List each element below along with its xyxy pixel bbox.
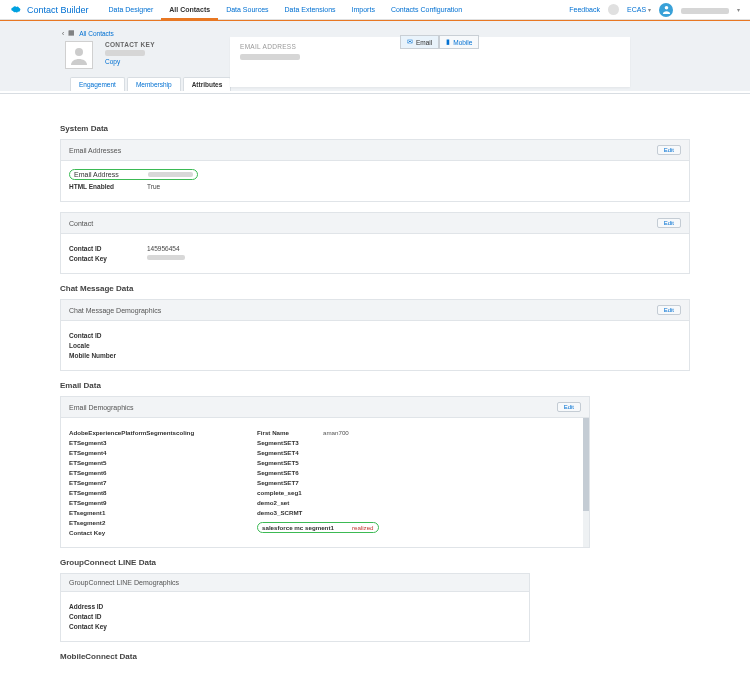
- panel-email-demographics: Email Demographics Edit AdobeExperienceP…: [60, 396, 590, 548]
- top-nav: Contact Builder Data Designer All Contac…: [0, 0, 750, 20]
- salesforce-segment-value: realized: [352, 524, 374, 531]
- contact-key-value-redacted: [105, 50, 145, 56]
- html-enabled-label: HTML Enabled: [69, 183, 147, 190]
- tab-data-extensions[interactable]: Data Extensions: [277, 0, 344, 20]
- subtab-membership[interactable]: Membership: [127, 77, 181, 91]
- tab-data-designer[interactable]: Data Designer: [101, 0, 162, 20]
- email-address-value-redacted: [148, 172, 193, 177]
- demo-col2-3: SegmentSET5: [257, 459, 299, 466]
- content: System Data Email Addresses Edit Email A…: [0, 94, 750, 680]
- panel-title-email-demographics: Email Demographics: [69, 404, 134, 411]
- username-redacted: [681, 8, 729, 14]
- demo-col1-8: ETsegment1: [69, 509, 105, 516]
- edit-button-chat[interactable]: Edit: [657, 305, 681, 315]
- email-channel-button[interactable]: ✉ Email: [400, 35, 439, 49]
- demo-col2-2: SegmentSET4: [257, 449, 299, 456]
- html-enabled-value: True: [147, 183, 160, 190]
- panel-title-contact: Contact: [69, 220, 93, 227]
- contact-key-value-redacted-2: [147, 255, 185, 260]
- gc-addressid-label: Address ID: [69, 603, 147, 610]
- gc-contactkey-label: Contact Key: [69, 623, 147, 630]
- panel-chat-demographics: Chat Message Demographics Edit Contact I…: [60, 299, 690, 371]
- panel-gc-demographics: GroupConnect LINE Demographics Address I…: [60, 573, 530, 642]
- feedback-link[interactable]: Feedback: [569, 6, 600, 13]
- tab-all-contacts[interactable]: All Contacts: [161, 0, 218, 20]
- demo-firstname-value: aman700: [323, 429, 349, 436]
- panel-title-gc: GroupConnect LINE Demographics: [69, 579, 179, 586]
- mobile-icon: ▮: [446, 38, 450, 46]
- panel-email-addresses: Email Addresses Edit Email Address HTML …: [60, 139, 690, 202]
- section-groupconnect: GroupConnect LINE Data: [60, 558, 690, 567]
- demo-col2-7: demo2_set: [257, 499, 289, 506]
- copy-link[interactable]: Copy: [105, 58, 120, 65]
- email-icon: ✉: [407, 38, 413, 46]
- chat-locale-label: Locale: [69, 342, 147, 349]
- contact-header-area: ‹ ▦ All Contacts CONTACT KEY Copy EMAIL …: [0, 21, 750, 91]
- demo-col1-7: ETSegment9: [69, 499, 106, 506]
- demo-col1-1: ETSegment3: [69, 439, 106, 446]
- mobile-channel-button[interactable]: ▮ Mobile: [439, 35, 479, 49]
- contact-id-value: 145956454: [147, 245, 180, 252]
- email-address-field-label: Email Address: [74, 171, 148, 178]
- subtab-attributes[interactable]: Attributes: [183, 77, 232, 91]
- section-chat-data: Chat Message Data: [60, 284, 690, 293]
- demo-col2-8: demo3_SCRMT: [257, 509, 302, 516]
- ecas-dropdown[interactable]: ECAS ▾: [627, 6, 651, 13]
- cloud-icon: [10, 5, 22, 14]
- gc-contactid-label: Contact ID: [69, 613, 147, 620]
- email-address-redacted: [240, 54, 300, 60]
- back-icon[interactable]: ‹: [62, 30, 64, 37]
- avatar-placeholder-icon: [65, 41, 93, 69]
- edit-button-email-demo[interactable]: Edit: [557, 402, 581, 412]
- chat-contact-id-label: Contact ID: [69, 332, 147, 339]
- panel-contact: Contact Edit Contact ID 145956454 Contac…: [60, 212, 690, 274]
- email-address-row-highlight: Email Address: [69, 169, 198, 180]
- demo-col1-9: ETsegment2: [69, 519, 105, 526]
- demo-col2-4: SegmentSET6: [257, 469, 299, 476]
- user-menu-caret-icon[interactable]: ▾: [737, 6, 740, 13]
- contact-key-label: CONTACT KEY: [105, 41, 155, 48]
- demo-col1-6: ETSegment8: [69, 489, 106, 496]
- contacts-grid-icon: ▦: [68, 29, 75, 37]
- side-panel-stub: Edit: [715, 480, 750, 490]
- contact-meta: CONTACT KEY Copy: [105, 41, 155, 65]
- tab-data-sources[interactable]: Data Sources: [218, 0, 276, 20]
- demo-col2-6: complete_seg1: [257, 489, 302, 496]
- demo-col1-10: Contact Key: [69, 529, 105, 536]
- section-email-data: Email Data: [60, 381, 690, 390]
- feedback-avatar-icon: [608, 4, 619, 15]
- demo-col1-4: ETSegment6: [69, 469, 106, 476]
- edit-button-email-addresses[interactable]: Edit: [657, 145, 681, 155]
- demo-col2-5: SegmentSET7: [257, 479, 299, 486]
- demo-col1-2: ETSegment4: [69, 449, 106, 456]
- salesforce-segment-highlight: salesforce mc segment1 realized: [257, 522, 379, 533]
- demo-col2-1: SegmentSET3: [257, 439, 299, 446]
- svg-point-0: [664, 6, 668, 10]
- nav-tabs: Data Designer All Contacts Data Sources …: [101, 0, 471, 20]
- panel-title-email-addresses: Email Addresses: [69, 147, 121, 154]
- contact-key-row-label: Contact Key: [69, 255, 147, 262]
- contact-id-label: Contact ID: [69, 245, 147, 252]
- tab-imports[interactable]: Imports: [344, 0, 383, 20]
- user-avatar-icon[interactable]: [659, 3, 673, 17]
- demo-firstname-label: First Name: [257, 429, 289, 436]
- svg-point-1: [75, 48, 83, 56]
- edit-button-contact[interactable]: Edit: [657, 218, 681, 228]
- nav-right: Feedback ECAS ▾ ▾: [569, 3, 740, 17]
- tab-contacts-config[interactable]: Contacts Configuration: [383, 0, 470, 20]
- app-title: Contact Builder: [27, 5, 89, 15]
- subtab-engagement[interactable]: Engagement: [70, 77, 125, 91]
- demo-col1-0: AdobeExperiencePlatformSegmentscoling: [69, 429, 194, 436]
- breadcrumb-all-contacts[interactable]: All Contacts: [79, 30, 114, 37]
- demo-col1-3: ETSegment5: [69, 459, 106, 466]
- chat-mobile-number-label: Mobile Number: [69, 352, 147, 359]
- panel-title-chat-demographics: Chat Message Demographics: [69, 307, 161, 314]
- section-mobileconnect: MobileConnect Data: [60, 652, 690, 661]
- section-system-data: System Data: [60, 124, 690, 133]
- demo-col1-5: ETSegment7: [69, 479, 106, 486]
- salesforce-segment-label: salesforce mc segment1: [262, 524, 334, 531]
- scrollbar[interactable]: [583, 418, 589, 547]
